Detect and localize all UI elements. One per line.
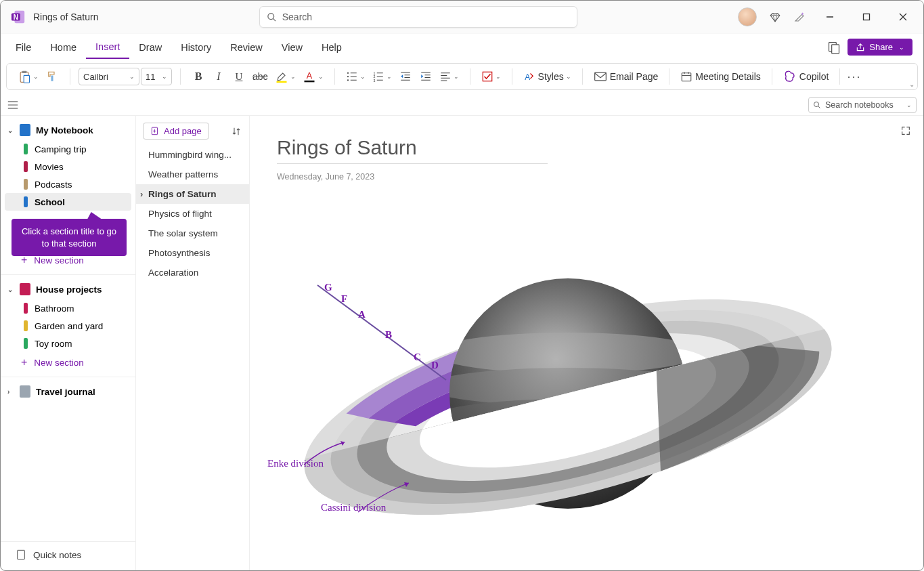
notebook-my-notebook[interactable]: ⌄ My Notebook	[1, 120, 135, 140]
font-color-button[interactable]: A⌄	[300, 66, 326, 87]
svg-point-18	[347, 72, 348, 74]
section-toy-room[interactable]: Toy room	[5, 335, 131, 352]
add-page-button[interactable]: Add page	[143, 123, 209, 140]
page-item[interactable]: Rings of Saturn	[136, 184, 249, 204]
section-school[interactable]: School	[5, 193, 131, 211]
page-list: Add page Hummingbird wing... Weather pat…	[136, 116, 250, 571]
close-button[interactable]	[891, 6, 915, 28]
section-podcasts[interactable]: Podcasts	[5, 175, 131, 193]
todo-tag-button[interactable]: ⌄	[479, 66, 504, 87]
menu-home[interactable]: Home	[41, 37, 86, 58]
chevron-down-icon: ⌄	[7, 127, 14, 134]
format-painter-button[interactable]	[43, 66, 62, 87]
chevron-down-icon: ⌄	[162, 73, 167, 80]
svg-rect-15	[276, 81, 286, 83]
strikethrough-button[interactable]: abc	[250, 66, 271, 87]
page-item[interactable]: Accelaration	[136, 263, 249, 282]
svg-point-19	[347, 76, 348, 77]
menu-review[interactable]: Review	[221, 37, 272, 58]
new-section-button[interactable]: +New section	[1, 352, 135, 373]
ring-label-a: A	[358, 309, 366, 320]
svg-text:A: A	[306, 71, 312, 81]
notebook-travel-journal[interactable]: › Travel journal	[1, 381, 135, 402]
page-item[interactable]: The solar system	[136, 224, 249, 243]
svg-rect-17	[304, 81, 314, 83]
search-box[interactable]: Search	[259, 6, 577, 28]
section-color-chip	[24, 144, 28, 154]
indent-button[interactable]	[416, 66, 435, 87]
search-icon	[813, 101, 821, 109]
svg-line-53	[818, 106, 820, 108]
add-page-icon	[150, 127, 160, 136]
page-item[interactable]: Weather patterns	[136, 165, 249, 184]
menu-file[interactable]: File	[6, 37, 41, 58]
page-title[interactable]: Rings of Saturn	[277, 136, 548, 164]
highlight-button[interactable]: ⌄	[272, 66, 299, 87]
svg-rect-6	[864, 14, 870, 20]
chevron-down-icon: ⌄	[496, 73, 501, 80]
section-bathroom[interactable]: Bathroom	[5, 299, 131, 317]
chevron-right-icon: ›	[7, 388, 14, 396]
chevron-down-icon: ⌄	[290, 73, 296, 80]
more-button[interactable]: ···	[844, 66, 864, 87]
menu-view[interactable]: View	[272, 37, 312, 58]
menu-draw[interactable]: Draw	[129, 37, 171, 58]
ring-label-g: G	[324, 282, 332, 293]
section-movies[interactable]: Movies	[5, 158, 131, 175]
page-item[interactable]: Photosynthesis	[136, 243, 249, 263]
paste-button[interactable]: ⌄	[15, 66, 41, 87]
notebook-icon	[20, 385, 30, 398]
search-notebooks-input[interactable]: Search notebooks ⌄	[808, 97, 917, 113]
font-name-select[interactable]: Cailbri⌄	[79, 68, 139, 85]
italic-button[interactable]: I	[209, 66, 228, 87]
chevron-down-icon: ⌄	[906, 102, 912, 108]
section-camping-trip[interactable]: Camping trip	[5, 140, 131, 158]
email-page-button[interactable]: Email Page	[591, 66, 661, 87]
chevron-down-icon: ⌄	[387, 73, 392, 80]
premium-icon[interactable]	[769, 11, 781, 23]
quick-notes-button[interactable]: Quick notes	[1, 541, 135, 568]
page-canvas[interactable]: Rings of Saturn Wednesday, June 7, 2023	[250, 116, 923, 571]
onenote-icon: N	[10, 9, 26, 25]
menu-insert[interactable]: Insert	[86, 36, 129, 59]
maximize-button[interactable]	[854, 6, 879, 28]
section-garden-yard[interactable]: Garden and yard	[5, 317, 131, 335]
menu-history[interactable]: History	[171, 37, 221, 58]
section-color-chip	[24, 196, 28, 207]
chevron-down-icon: ⌄	[7, 286, 14, 293]
meeting-details-button[interactable]: Meeting Details	[678, 66, 764, 87]
styles-button[interactable]: AStyles⌄	[521, 66, 574, 87]
page-view-icon[interactable]	[827, 41, 841, 54]
envelope-icon	[594, 71, 607, 82]
styles-icon: A	[523, 70, 535, 83]
copilot-button[interactable]: Copilot	[780, 66, 832, 87]
align-button[interactable]: ⌄	[437, 66, 462, 87]
ribbon-expand-button[interactable]: ⌄	[909, 81, 915, 88]
search-icon	[267, 12, 277, 22]
notebook-label: House projects	[36, 284, 102, 295]
pen-sparkle-icon[interactable]	[793, 11, 806, 23]
user-avatar[interactable]	[738, 7, 757, 26]
bullet-list-button[interactable]: ⌄	[343, 66, 368, 87]
page-item[interactable]: Physics of flight	[136, 204, 249, 224]
chevron-down-icon: ⌄	[566, 73, 571, 80]
underline-button[interactable]: U	[229, 66, 248, 87]
page-item[interactable]: Hummingbird wing...	[136, 145, 249, 165]
share-button[interactable]: Share ⌄	[848, 39, 912, 56]
menu-help[interactable]: Help	[312, 37, 351, 58]
calendar-icon	[680, 70, 692, 83]
svg-rect-14	[51, 76, 53, 81]
sort-pages-button[interactable]	[232, 126, 242, 137]
fullscreen-button[interactable]	[900, 125, 911, 136]
minimize-button[interactable]	[818, 6, 842, 28]
svg-text:3: 3	[373, 79, 375, 83]
notebook-house-projects[interactable]: ⌄ House projects	[1, 279, 135, 299]
page-icon	[16, 549, 26, 561]
bold-button[interactable]: B	[189, 66, 208, 87]
nav-toggle-button[interactable]	[7, 100, 18, 110]
numbered-list-button[interactable]: 123⌄	[370, 66, 395, 87]
outdent-button[interactable]	[396, 66, 415, 87]
font-size-select[interactable]: 11⌄	[141, 68, 172, 85]
chevron-down-icon: ⌄	[454, 73, 459, 80]
svg-point-52	[814, 102, 819, 106]
